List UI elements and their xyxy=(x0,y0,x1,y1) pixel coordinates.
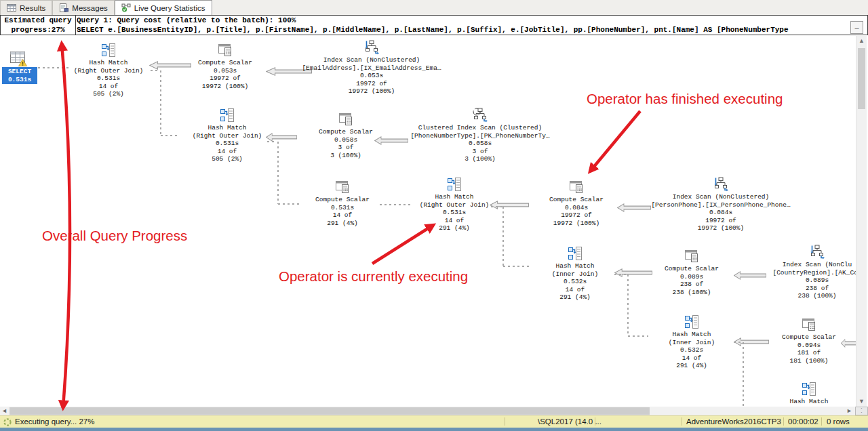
node-line: 0.531s xyxy=(443,209,466,217)
dashed-connector xyxy=(503,266,532,267)
vertical-scrollbar[interactable]: ▲ ▼ xyxy=(856,36,867,407)
status-separator xyxy=(821,417,822,426)
node-line: Compute Scalar xyxy=(315,196,370,204)
node-line: 14 of xyxy=(566,286,585,294)
node-line: Index Scan (NonClustered) xyxy=(323,56,420,64)
node-line: 0.532s xyxy=(680,346,703,354)
node-line: Compute Scalar xyxy=(782,333,836,342)
node-line: 238 (100%) xyxy=(797,292,836,300)
compute-scalar-icon xyxy=(334,179,351,195)
node-line: 19972 (100%) xyxy=(698,224,744,232)
plan-node-select[interactable]: SELECT 0.531s xyxy=(2,67,37,84)
status-separator xyxy=(505,417,505,426)
annotation-currently-executing: Operator is currently executing xyxy=(279,268,468,285)
node-line: 14 of xyxy=(99,83,119,91)
hash-match-icon xyxy=(684,314,700,330)
tab-messages[interactable]: Messages xyxy=(52,0,114,15)
plan-node-hash-match-partial[interactable]: Hash Match xyxy=(765,381,853,406)
plan-node-compute-scalar[interactable]: Compute Scalar0.053s19972 of19972 (100%) xyxy=(181,42,269,90)
plan-node-index-scan[interactable]: Index Scan (NonClu[CountryRegion].[AK_Co… xyxy=(763,244,868,300)
hash-match-icon xyxy=(219,107,235,123)
node-line: 181 of xyxy=(797,349,821,357)
plan-node-compute-scalar[interactable]: Compute Scalar0.094s181 of181 (100%) xyxy=(765,316,853,365)
executing-spinner-icon xyxy=(3,418,12,428)
node-line: 19972 of xyxy=(210,75,241,83)
node-line: Index Scan (NonClustered) xyxy=(673,193,770,201)
node-line: 238 of xyxy=(806,285,829,293)
estimated-progress-line1: Estimated query xyxy=(1,16,75,25)
select-label: SELECT xyxy=(2,68,37,76)
splitter-handle[interactable]: ⁚ xyxy=(855,407,868,415)
scroll-down-button[interactable]: ▼ xyxy=(856,396,867,407)
results-pane-tabbar: Results Messages Live Query Statistics xyxy=(0,0,868,16)
scroll-left-button[interactable]: ◄ xyxy=(0,407,9,415)
tab-results[interactable]: Results xyxy=(0,0,52,15)
plan-node-hash-match[interactable]: Hash Match(Right Outer Join)0.531s14 of5… xyxy=(64,42,153,98)
query-cost-line: Query 1: Query cost (relative to the bat… xyxy=(77,16,867,25)
horizontal-scrollbar[interactable]: ◄ ► xyxy=(0,407,868,415)
ssms-live-query-statistics-window: Results Messages Live Query Statistics E… xyxy=(0,0,868,431)
clustered-index-scan-icon xyxy=(472,107,488,123)
status-elapsed-time: 00:00:02 xyxy=(788,417,818,426)
plan-node-hash-match[interactable]: Hash Match(Inner Join)0.532s14 of291 (4%… xyxy=(648,314,736,370)
compute-scalar-icon xyxy=(338,111,354,127)
node-line: 3 of xyxy=(338,144,354,152)
plan-node-hash-match-executing[interactable]: Hash Match(Right Outer Join)0.531s14 of2… xyxy=(407,176,502,232)
status-bar: Executing query... 27% \SQL2017 (14.0 ..… xyxy=(0,415,868,428)
plan-node-compute-scalar[interactable]: Compute Scalar0.089s238 of238 (100%) xyxy=(648,248,736,296)
node-line: (Right Outer Join) xyxy=(74,67,144,75)
node-line: 291 (4%) xyxy=(676,362,707,370)
node-line: 0.084s xyxy=(709,209,732,217)
node-line: Clustered Index Scan (Clustered) xyxy=(418,124,542,132)
dashed-connector xyxy=(161,135,177,136)
vertical-scroll-thumb[interactable] xyxy=(858,48,865,109)
node-line: Hash Match xyxy=(208,124,246,132)
node-line: 14 of xyxy=(445,217,465,225)
node-line: Hash Match xyxy=(555,262,594,270)
plan-node-index-scan[interactable]: Index Scan (NonClustered)[EmailAddress].… xyxy=(287,39,456,96)
plan-node-index-scan[interactable]: Index Scan (NonClustered)[PersonPhone].[… xyxy=(633,176,809,232)
tab-label: Results xyxy=(20,4,45,12)
node-line: 0.089s xyxy=(806,276,829,285)
status-separator xyxy=(595,417,595,426)
node-line: 19972 (100%) xyxy=(349,87,395,96)
live-query-stats-icon xyxy=(121,3,131,12)
messages-icon xyxy=(59,3,68,12)
index-scan-icon xyxy=(713,176,729,192)
node-line: 0.531s xyxy=(331,204,354,212)
node-line: (Inner Join) xyxy=(552,270,598,279)
estimated-progress-line2: progress:27% xyxy=(1,25,75,35)
node-line: 14 of xyxy=(682,354,702,363)
scroll-right-button[interactable]: ► xyxy=(845,407,854,415)
plan-node-compute-scalar[interactable]: Compute Scalar0.084s19972 of19972 (100%) xyxy=(532,179,620,227)
index-scan-icon xyxy=(809,244,825,260)
horizontal-scroll-thumb[interactable] xyxy=(9,407,650,415)
annotation-overall-progress: Overall Query Progress xyxy=(42,228,187,244)
node-line: 291 (4%) xyxy=(559,293,591,302)
index-scan-icon xyxy=(363,39,380,56)
execution-plan-canvas: SELECT 0.531s Hash Match(Right Outer Joi… xyxy=(0,35,868,407)
node-line: 14 of xyxy=(333,211,353,220)
tab-live-query-statistics[interactable]: Live Query Statistics xyxy=(115,0,212,15)
plan-node-compute-scalar[interactable]: Compute Scalar0.058s3 of3 (100%) xyxy=(302,111,390,159)
plan-node-clustered-index-scan[interactable]: Clustered Index Scan (Clustered)[PhoneNu… xyxy=(395,107,565,163)
flow-arrow xyxy=(614,268,652,277)
scroll-up-button[interactable]: ▲ xyxy=(856,36,867,46)
compute-scalar-icon xyxy=(684,248,700,264)
plan-node-hash-match[interactable]: Hash Match(Right Outer Join)0.531s14 of5… xyxy=(180,107,275,163)
plan-node-compute-scalar[interactable]: Compute Scalar0.531s14 of291 (4%) xyxy=(298,179,387,227)
node-line: 0.084s xyxy=(565,204,588,212)
status-separator xyxy=(682,417,682,426)
compute-scalar-icon xyxy=(801,316,817,333)
node-line: 0.531s xyxy=(216,140,239,148)
annotation-finished-executing: Operator has finished executing xyxy=(587,91,783,107)
node-line: Hash Match xyxy=(672,331,711,339)
dashed-connector xyxy=(627,274,629,336)
collapse-query-button[interactable]: – xyxy=(850,21,863,34)
node-line: 505 (2%) xyxy=(93,90,124,98)
node-line: 0.053s xyxy=(360,72,383,80)
node-line: 238 of xyxy=(680,281,703,289)
plan-node-hash-match[interactable]: Hash Match(Inner Join)0.532s14 of291 (4%… xyxy=(531,245,619,302)
node-line: (Right Outer Join) xyxy=(420,201,490,209)
dashed-connector xyxy=(628,335,648,337)
